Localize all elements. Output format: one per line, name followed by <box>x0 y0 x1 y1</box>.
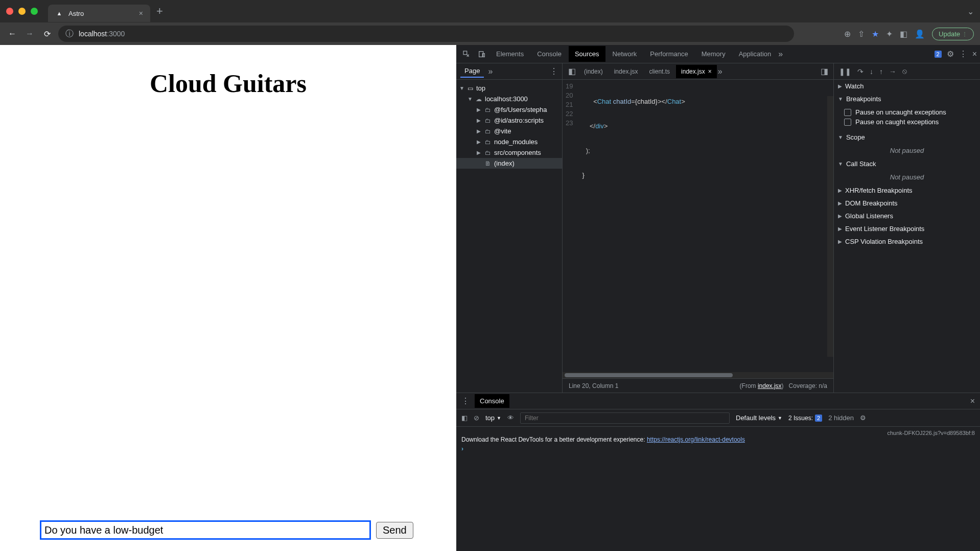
zoom-icon[interactable]: ⊕ <box>844 29 851 39</box>
console-sidebar-icon[interactable]: ◧ <box>461 414 468 422</box>
file-tree: ▼▭top ▼☁localhost:3000 ▶🗀@fs/Users/steph… <box>456 80 562 393</box>
file-navigator: Page » ⋮ ▼▭top ▼☁localhost:3000 ▶🗀@fs/Us… <box>456 63 563 393</box>
nav-menu-icon[interactable]: ⋮ <box>550 66 558 76</box>
console-issues[interactable]: 2 Issues: 2 <box>788 415 822 422</box>
tree-index[interactable]: 🗎(index) <box>456 158 562 169</box>
debugger-sidebar: ❚❚ ↷ ↓ ↑ → ⦸ ▶Watch ▼Breakpoints Pause o… <box>834 63 980 393</box>
console-source-link[interactable]: chunk-DFKOJ226.js?v=d89583bf:8 <box>461 430 975 436</box>
chat-input[interactable] <box>40 520 371 540</box>
toggle-navigator-icon[interactable]: ◧ <box>566 66 578 76</box>
console-prompt[interactable]: › <box>461 445 975 452</box>
window-minimize-button[interactable] <box>18 8 26 15</box>
site-info-icon[interactable]: ⓘ <box>65 29 74 39</box>
tabs-overflow-icon[interactable]: » <box>778 50 783 59</box>
scope-section[interactable]: ▼Scope <box>834 131 980 144</box>
editor-tab-index-jsx-1[interactable]: index.jsx <box>609 65 643 78</box>
pause-caught-checkbox[interactable]: Pause on caught exceptions <box>844 117 975 127</box>
inspect-element-icon[interactable] <box>459 47 474 61</box>
new-tab-button[interactable]: + <box>156 5 163 18</box>
watch-section[interactable]: ▶Watch <box>834 80 980 93</box>
console-menu-icon[interactable]: ⋮ <box>461 396 470 406</box>
tab-application[interactable]: Application <box>733 46 778 62</box>
console-levels-selector[interactable]: Default levels ▼ <box>736 414 782 422</box>
tree-src-components[interactable]: ▶🗀src/components <box>456 147 562 158</box>
tab-console[interactable]: Console <box>531 46 568 62</box>
clear-console-icon[interactable]: ⊘ <box>474 414 479 422</box>
browser-tab[interactable]: ▲ Astro × <box>48 5 150 22</box>
step-icon[interactable]: → <box>889 67 896 76</box>
forward-button[interactable]: → <box>24 28 36 40</box>
console-drawer-tab[interactable]: Console <box>475 394 509 408</box>
tree-top[interactable]: ▼▭top <box>456 83 562 94</box>
tab-memory[interactable]: Memory <box>695 46 732 62</box>
console-context-selector[interactable]: top ▼ <box>485 414 501 422</box>
react-devtools-link[interactable]: https://reactjs.org/link/react-devtools <box>647 436 745 443</box>
send-button[interactable]: Send <box>376 522 413 539</box>
event-listener-breakpoints-section[interactable]: ▶Event Listener Breakpoints <box>834 222 980 235</box>
csp-breakpoints-section[interactable]: ▶CSP Violation Breakpoints <box>834 235 980 248</box>
deactivate-breakpoints-icon[interactable]: ⦸ <box>902 67 907 76</box>
editor-tab-close-icon[interactable]: × <box>708 68 712 75</box>
tab-network[interactable]: Network <box>606 46 643 62</box>
editor-scrollbar-horizontal[interactable] <box>563 372 833 378</box>
expand-tabs-icon[interactable]: ⌄ <box>967 7 974 16</box>
editor-tab-client-ts[interactable]: client.ts <box>644 65 675 78</box>
cursor-position: Line 20, Column 1 <box>569 382 618 389</box>
editor-status-bar: Line 20, Column 1 (From index.jsx) Cover… <box>563 378 833 393</box>
tree-host[interactable]: ▼☁localhost:3000 <box>456 94 562 104</box>
tree-astro[interactable]: ▶🗀@id/astro:scripts <box>456 115 562 126</box>
pause-uncaught-checkbox[interactable]: Pause on uncaught exceptions <box>844 107 975 117</box>
tree-node-modules[interactable]: ▶🗀node_modules <box>456 136 562 147</box>
step-over-icon[interactable]: ↷ <box>857 67 864 76</box>
breakpoints-section[interactable]: ▼Breakpoints <box>834 93 980 105</box>
pause-icon[interactable]: ❚❚ <box>839 67 851 76</box>
sidepanel-icon[interactable]: ◧ <box>900 29 907 39</box>
tree-fs[interactable]: ▶🗀@fs/Users/stepha <box>456 104 562 115</box>
editor-tab-index-jsx-2[interactable]: index.jsx× <box>676 65 717 78</box>
nav-overflow-icon[interactable]: » <box>488 67 493 76</box>
xhr-breakpoints-section[interactable]: ▶XHR/fetch Breakpoints <box>834 184 980 197</box>
back-button[interactable]: ← <box>6 28 18 40</box>
hidden-count: 2 hidden <box>828 414 854 422</box>
toggle-debugger-icon[interactable]: ◨ <box>818 66 830 76</box>
update-button[interactable]: Update ⋮ <box>932 28 974 40</box>
console-settings-icon[interactable]: ⚙ <box>860 414 866 422</box>
console-close-icon[interactable]: × <box>970 397 975 406</box>
tab-elements[interactable]: Elements <box>490 46 530 62</box>
dom-breakpoints-section[interactable]: ▶DOM Breakpoints <box>834 197 980 210</box>
tab-bar: ▲ Astro × + ⌄ <box>0 0 980 22</box>
tree-vite[interactable]: ▶🗀@vite <box>456 126 562 136</box>
window-close-button[interactable] <box>6 8 13 15</box>
device-toolbar-icon[interactable] <box>475 47 489 61</box>
code-editor[interactable]: 19 20 21 22 23 <Chat chatId={chatId}></C… <box>563 80 833 372</box>
page-tab[interactable]: Page <box>460 65 484 78</box>
page-viewport: Cloud Guitars Send <box>0 45 456 551</box>
line-gutter: 19 20 21 22 23 <box>563 80 578 372</box>
editor-tab-index-html[interactable]: (index) <box>579 65 608 78</box>
editor-scrollbar-vertical[interactable] <box>827 96 833 357</box>
tab-close-icon[interactable]: × <box>139 9 143 17</box>
window-maximize-button[interactable] <box>31 8 38 15</box>
tab-performance[interactable]: Performance <box>644 46 694 62</box>
share-icon[interactable]: ⇧ <box>858 29 865 39</box>
tab-sources[interactable]: Sources <box>569 46 605 62</box>
url-bar[interactable]: ⓘ localhost:3000 <box>58 26 794 42</box>
settings-gear-icon[interactable]: ⚙ <box>947 49 954 59</box>
reload-button[interactable]: ⟳ <box>41 28 53 40</box>
console-filter-input[interactable] <box>520 412 730 424</box>
source-file-link[interactable]: index.jsx <box>758 382 782 389</box>
step-into-icon[interactable]: ↓ <box>870 67 873 76</box>
extensions-icon[interactable]: ✦ <box>886 29 893 39</box>
console-output[interactable]: chunk-DFKOJ226.js?v=d89583bf:8 Download … <box>456 427 980 551</box>
devtools-close-icon[interactable]: × <box>972 50 977 59</box>
page-title: Cloud Guitars <box>0 68 456 98</box>
devtools-menu-icon[interactable]: ⋮ <box>959 49 967 59</box>
issues-badge[interactable]: 2 <box>935 51 942 58</box>
live-expression-icon[interactable]: 👁 <box>507 414 514 422</box>
global-listeners-section[interactable]: ▶Global Listeners <box>834 210 980 222</box>
step-out-icon[interactable]: ↑ <box>879 67 883 76</box>
editor-tabs-overflow-icon[interactable]: » <box>718 67 722 76</box>
call-stack-section[interactable]: ▼Call Stack <box>834 157 980 170</box>
profile-icon[interactable]: 👤 <box>915 29 925 39</box>
bookmark-star-icon[interactable]: ★ <box>872 29 879 39</box>
